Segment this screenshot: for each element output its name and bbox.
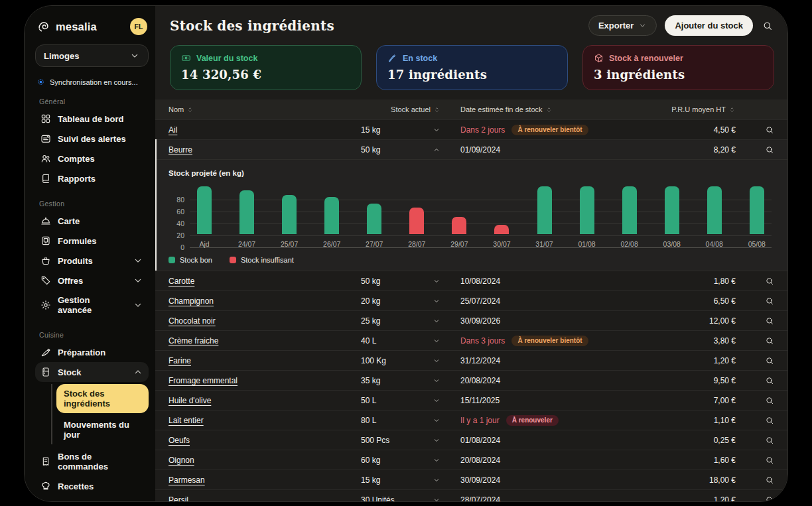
ingredient-name-link[interactable]: Carotte [169, 277, 194, 286]
end-of-stock-date: Dans 3 joursÀ renouveler bientôt [460, 336, 663, 346]
stock-value-dropdown[interactable]: 15 kg [361, 125, 440, 135]
stock-value-dropdown[interactable]: 50 L [361, 396, 440, 405]
stock-value-dropdown[interactable]: 40 L [361, 336, 440, 346]
stock-value-dropdown[interactable]: 50 kg [361, 145, 440, 155]
stock-value-dropdown[interactable]: 20 kg [361, 296, 440, 306]
ingredient-name-cell: Champignon [169, 296, 361, 306]
row-search-icon[interactable] [736, 296, 774, 306]
table-row[interactable]: Fromage emmental35 kg20/08/20249,50 € [155, 370, 787, 390]
sidebar-item-offres[interactable]: Offres [35, 271, 149, 290]
stock-value-dropdown[interactable]: 80 L [361, 416, 440, 425]
end-of-stock-date: 01/08/2024 [460, 436, 663, 445]
sync-status-text: Synchronisation en cours... [50, 78, 138, 86]
row-search-icon[interactable] [736, 436, 774, 445]
table-row[interactable]: Ail15 kgDans 2 joursÀ renouveler bientôt… [155, 119, 787, 139]
sidebar-subitem-stock-des-ingredients[interactable]: Stock des ingrédients [56, 384, 149, 413]
sidebar-item-label: Tableau de bord [58, 114, 123, 124]
stock-value-dropdown[interactable]: 30 Unités [361, 495, 440, 503]
row-search-icon[interactable] [736, 376, 774, 385]
table-row[interactable]: Persil30 Unités28/07/20241,20 € [155, 489, 787, 502]
sidebar-item-formules[interactable]: Formules [35, 231, 149, 251]
chevron-down-icon [638, 21, 647, 30]
table-row[interactable]: Parmesan15 kg30/09/202418,00 € [155, 470, 787, 489]
y-axis-tick: 0 [169, 243, 184, 251]
row-search-icon[interactable] [736, 396, 774, 405]
sidebar-item-stock[interactable]: Stock [35, 362, 149, 382]
ingredient-name-link[interactable]: Huile d'olive [169, 396, 211, 405]
sidebar-item-rapports[interactable]: Rapports [35, 168, 149, 188]
sidebar-item-ingredients[interactable]: Ingrédients [35, 496, 149, 501]
add-stock-button[interactable]: Ajouter du stock [665, 15, 753, 36]
ingredient-name-link[interactable]: Ail [169, 125, 177, 135]
table-row[interactable]: Huile d'olive50 L15/11/20257,00 € [155, 390, 787, 410]
chart-column: 02/08 [615, 186, 644, 248]
sidebar-nav: GénéralTableau de bordSuivi des alertesC… [35, 97, 149, 501]
row-search-icon[interactable] [736, 475, 774, 485]
row-search-icon[interactable] [736, 416, 774, 425]
sidebar-item-tableau-de-bord[interactable]: Tableau de bord [35, 109, 149, 129]
unit-price: 12,00 € [663, 316, 736, 326]
ingredient-name-link[interactable]: Beurre [169, 145, 192, 155]
sidebar-subitem-mouvements-du-jour[interactable]: Mouvements du jour [56, 415, 149, 444]
export-button[interactable]: Exporter [588, 15, 657, 36]
stock-value-dropdown[interactable]: 100 Kg [361, 356, 440, 365]
row-search-icon[interactable] [736, 356, 774, 365]
table-row[interactable]: Oeufs500 Pcs01/08/20240,25 € [155, 430, 787, 450]
row-search-icon[interactable] [736, 316, 774, 326]
table-row[interactable]: Crème fraiche40 LDans 3 joursÀ renouvele… [155, 330, 787, 350]
table-row[interactable]: Chocolat noir25 kg30/09/202612,00 € [155, 310, 787, 330]
sidebar-item-recettes[interactable]: Recettes [35, 476, 149, 496]
ingredient-name-link[interactable]: Crème fraiche [169, 336, 218, 346]
sidebar-item-comptes[interactable]: Comptes [35, 149, 149, 168]
ingredient-name-link[interactable]: Lait entier [169, 416, 204, 425]
unit-price: 1,10 € [663, 416, 736, 425]
ingredient-name-link[interactable]: Fromage emmental [169, 376, 237, 385]
ingredient-name-link[interactable]: Parmesan [169, 475, 205, 485]
table-row[interactable]: Lait entier80 LIl y a 1 jourÀ renouveler… [155, 410, 787, 430]
table-row[interactable]: Farine100 Kg31/12/20241,20 € [155, 350, 787, 370]
stock-value-dropdown[interactable]: 35 kg [361, 376, 440, 385]
ingredient-name-cell: Farine [169, 356, 361, 365]
sidebar-item-suivi-des-alertes[interactable]: Suivi des alertes [35, 129, 149, 149]
column-header-stock-actuel[interactable]: Stock actuel [361, 105, 440, 113]
ingredient-name-link[interactable]: Champignon [169, 296, 214, 306]
row-search-icon[interactable] [736, 145, 774, 155]
row-search-icon[interactable] [736, 277, 774, 286]
table-row[interactable]: Champignon20 kg25/07/20246,50 € [155, 290, 787, 310]
row-search-icon[interactable] [736, 495, 774, 503]
sidebar-item-bons-de-commandes[interactable]: Bons de commandes [35, 447, 149, 476]
sidebar-item-gestion-avancee[interactable]: Gestion avancée [35, 290, 149, 320]
stock-value-dropdown[interactable]: 50 kg [361, 277, 440, 286]
chefhat-icon [40, 481, 51, 491]
sidebar-item-label: Carte [58, 216, 80, 226]
stock-value-dropdown[interactable]: 25 kg [361, 316, 440, 326]
sidebar-item-carte[interactable]: Carte [35, 211, 149, 231]
avatar[interactable]: FL [130, 18, 147, 35]
row-search-icon[interactable] [736, 456, 774, 465]
boxx-icon [594, 53, 604, 63]
chevron-down-icon [433, 496, 440, 503]
sidebar-item-produits[interactable]: Produits [35, 251, 149, 271]
ingredient-name-link[interactable]: Oignon [169, 456, 194, 465]
column-header-date-fin-stock[interactable]: Date estimée fin de stock [460, 105, 663, 113]
ingredient-name-link[interactable]: Chocolat noir [169, 316, 216, 326]
row-search-icon[interactable] [736, 336, 774, 346]
search-icon[interactable] [761, 19, 774, 32]
ingredient-name-cell: Ail [169, 125, 361, 135]
sidebar-item-preparation[interactable]: Préparation [35, 342, 149, 362]
stock-value-dropdown[interactable]: 500 Pcs [361, 436, 440, 445]
ingredient-name-link[interactable]: Persil [169, 495, 188, 503]
table-row[interactable]: Carotte50 kg10/08/20241,80 € [155, 271, 787, 290]
row-search-icon[interactable] [736, 125, 774, 135]
sidebar-item-label: Suivi des alertes [58, 134, 126, 144]
table-row[interactable]: Oignon60 kg20/08/20241,60 € [155, 450, 787, 470]
chevron-down-icon [433, 126, 440, 134]
stock-value-dropdown[interactable]: 15 kg [361, 475, 440, 485]
column-header-pru[interactable]: P.R.U moyen HT [663, 105, 736, 113]
table-row[interactable]: Beurre50 kg01/09/20248,20 € [157, 139, 787, 159]
ingredient-name-link[interactable]: Farine [169, 356, 191, 365]
ingredient-name-link[interactable]: Oeufs [169, 436, 190, 445]
location-selector[interactable]: Limoges [35, 44, 149, 67]
stock-value-dropdown[interactable]: 60 kg [361, 456, 440, 465]
column-header-nom[interactable]: Nom [169, 105, 361, 113]
